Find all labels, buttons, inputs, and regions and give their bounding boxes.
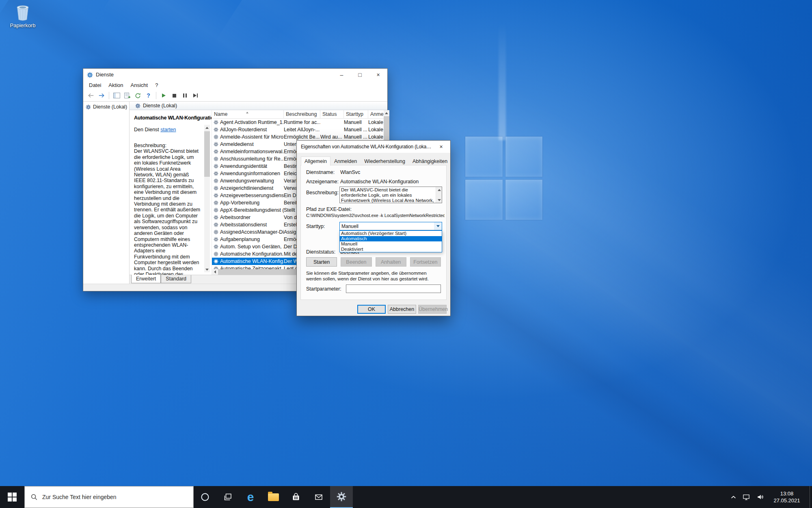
description-box-scrollbar[interactable]	[436, 187, 442, 203]
service-gear-icon	[214, 120, 218, 125]
wallpaper-light	[499, 22, 506, 140]
start-button[interactable]: Starten	[306, 257, 337, 267]
scrollbar-thumb[interactable]	[204, 131, 210, 177]
mail-button[interactable]	[307, 486, 330, 508]
startparameter-input[interactable]	[346, 284, 441, 293]
dialog-titlebar[interactable]: Eigenschaften von Automatische WLAN-Konf…	[297, 141, 450, 153]
column-header-starttyp[interactable]: Starttyp	[344, 110, 368, 118]
back-icon[interactable]	[86, 91, 95, 100]
menu-ansicht[interactable]: Ansicht	[127, 81, 152, 89]
menu-hilfe[interactable]: ?	[151, 81, 162, 89]
column-header-status[interactable]: Status	[320, 110, 344, 118]
services-taskbar-button[interactable]	[330, 486, 353, 508]
pause-service-icon[interactable]	[180, 91, 190, 100]
tab-allgemein[interactable]: Allgemein	[301, 156, 330, 166]
cancel-button[interactable]: Abbrechen	[388, 305, 416, 314]
tree-item-dienste-lokal[interactable]: Dienste (Lokal)	[83, 103, 129, 111]
tray-chevron-up-icon[interactable]	[731, 495, 736, 499]
task-view-button[interactable]	[216, 486, 239, 508]
maximize-button[interactable]: □	[351, 69, 369, 80]
minimize-button[interactable]: –	[333, 69, 351, 80]
services-titlebar[interactable]: Dienste – □ ×	[83, 69, 387, 80]
stop-service-icon[interactable]	[170, 91, 179, 100]
show-desktop-button[interactable]	[810, 486, 812, 508]
tab-wiederherstellung[interactable]: Wiederherstellung	[361, 156, 409, 166]
network-icon[interactable]	[742, 493, 750, 501]
show-console-tree-icon[interactable]	[112, 91, 121, 100]
stop-button[interactable]: Beenden	[341, 257, 371, 267]
refresh-icon[interactable]	[133, 91, 143, 100]
exe-path-value: C:\WINDOWS\system32\svchost.exe -k Local…	[306, 213, 445, 218]
service-description-cell: Ermöglicht Be...	[284, 134, 320, 140]
start-service-icon[interactable]	[159, 91, 168, 100]
startup-type-value: Manuell	[340, 224, 434, 229]
scroll-up-icon[interactable]	[204, 125, 210, 130]
windows-logo-wallpaper	[465, 137, 542, 220]
dialog-tabs: Allgemein Anmelden Wiederherstellung Abh…	[301, 156, 451, 166]
dialog-close-button[interactable]: ×	[432, 141, 450, 153]
cortana-button[interactable]	[194, 486, 216, 508]
service-row[interactable]: Anmelde-Assistent für Micro... Ermöglich…	[212, 133, 384, 141]
service-name-cell: Anwendungsinformationen	[212, 171, 284, 176]
scroll-down-icon[interactable]	[204, 267, 210, 272]
scroll-down-icon[interactable]	[436, 197, 442, 203]
service-name-cell: Anschlussumleitung für Re...	[212, 156, 284, 162]
forward-icon[interactable]	[97, 91, 106, 100]
services-icon	[337, 492, 346, 501]
dropdown-option[interactable]: Automatisch	[340, 236, 442, 241]
scroll-up-icon[interactable]	[436, 187, 442, 193]
service-gear-icon	[214, 222, 218, 227]
service-name-cell: Aufgabenplanung	[212, 237, 284, 242]
recycle-bin[interactable]: Papierkorb	[7, 3, 38, 28]
tab-abhaengigkeiten[interactable]: Abhängigkeiten	[409, 156, 451, 166]
toolbar-separator	[109, 92, 109, 99]
tab-anmelden[interactable]: Anmelden	[330, 156, 361, 166]
taskbar-clock[interactable]: 13:08 27.05.2021	[771, 490, 803, 504]
tab-erweitert[interactable]: Erweitert	[131, 275, 161, 283]
help-icon[interactable]: ?	[144, 91, 153, 100]
resume-button[interactable]: Fortsetzen	[410, 257, 441, 267]
start-service-link[interactable]: starten	[160, 127, 176, 132]
start-button[interactable]	[0, 486, 24, 508]
dropdown-option[interactable]: Deaktiviert	[340, 247, 442, 252]
service-name-cell: Autom. Setup von Geräten, ...	[212, 244, 284, 250]
edge-button[interactable]: e	[239, 486, 262, 508]
menu-aktion[interactable]: Aktion	[105, 81, 127, 89]
tab-standard[interactable]: Standard	[161, 275, 191, 283]
service-name-cell: AssignedAccessManager-Di...	[212, 229, 284, 235]
dropdown-option[interactable]: Automatisch (Verzögerter Start)	[340, 231, 442, 236]
service-row[interactable]: Agent Activation Runtime_1... Runtime fo…	[212, 119, 384, 126]
toolbar: ?	[83, 90, 387, 102]
desktop: Papierkorb Dienste – □ × Datei Aktion An…	[0, 0, 812, 508]
description-scrollbar[interactable]	[204, 125, 210, 272]
scroll-up-icon[interactable]	[384, 110, 389, 116]
dropdown-option[interactable]: Manuell	[340, 241, 442, 247]
ok-button[interactable]: OK	[357, 305, 386, 314]
close-button[interactable]: ×	[369, 69, 387, 80]
file-explorer-button[interactable]	[262, 486, 285, 508]
service-gear-icon	[214, 142, 218, 147]
restart-service-icon[interactable]	[191, 91, 200, 100]
export-list-icon[interactable]	[123, 91, 132, 100]
service-starttype-cell: Manuell	[344, 119, 368, 125]
menu-datei[interactable]: Datei	[85, 81, 105, 89]
service-gear-icon	[214, 244, 218, 249]
description-box[interactable]: Der WLANSVC-Dienst bietet die erforderli…	[339, 187, 442, 203]
window-title: Dienste	[96, 72, 333, 78]
service-name-cell: Agent Activation Runtime_1...	[212, 119, 284, 125]
pause-button[interactable]: Anhalten	[376, 257, 406, 267]
taskbar-search[interactable]: Zur Suche Text hier eingeben	[24, 486, 194, 508]
column-header-beschreibung[interactable]: Beschreibung	[284, 110, 320, 118]
volume-icon[interactable]	[756, 493, 764, 501]
store-button[interactable]	[285, 486, 307, 508]
chevron-down-icon[interactable]	[434, 222, 442, 230]
sort-ascending-icon	[246, 111, 248, 113]
service-gear-icon	[214, 266, 218, 269]
startup-type-combobox[interactable]: Manuell	[339, 222, 442, 230]
column-header-anmelden[interactable]: Anme	[368, 110, 384, 118]
service-name-cell: Anzeigeverbesserungsdienst	[212, 193, 284, 198]
apply-button[interactable]: Übernehmen	[418, 305, 447, 314]
scroll-left-icon[interactable]	[212, 269, 218, 275]
dialog-footer-buttons: OKAbbrechenÜbernehmen	[357, 305, 447, 314]
service-row[interactable]: AllJoyn-Routerdienst Leitet AllJoyn-... …	[212, 126, 384, 133]
